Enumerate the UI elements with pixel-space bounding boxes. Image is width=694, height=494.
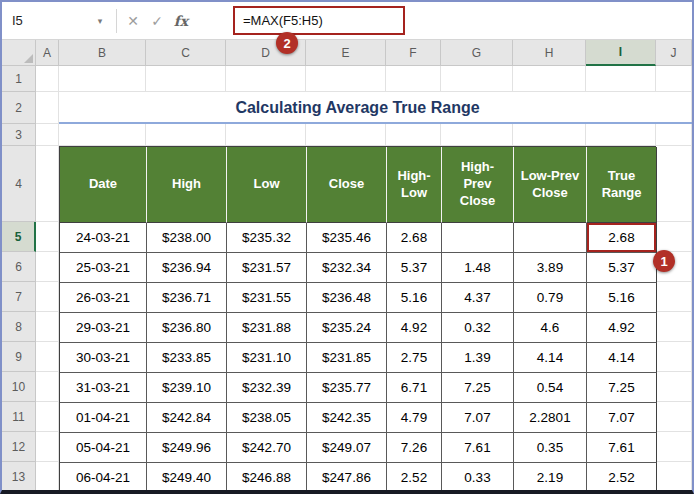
cell-E1[interactable] — [306, 66, 386, 92]
row-header-3[interactable]: 3 — [2, 124, 36, 146]
table-cell[interactable]: 4.6 — [514, 313, 587, 343]
column-header-F[interactable]: F — [386, 40, 441, 66]
cell-A6[interactable] — [36, 252, 59, 282]
cell-J5[interactable] — [656, 222, 692, 252]
cell-J9[interactable] — [656, 342, 692, 372]
cell-J8[interactable] — [656, 312, 692, 342]
cell-J1[interactable] — [656, 66, 692, 92]
table-cell[interactable] — [514, 223, 587, 253]
table-header-cell[interactable]: Date — [60, 147, 147, 223]
table-cell[interactable]: 7.07 — [442, 403, 514, 433]
table-cell[interactable]: 7.25 — [587, 373, 657, 403]
cell-A5[interactable] — [36, 222, 59, 252]
cell-H1[interactable] — [513, 66, 586, 92]
table-cell[interactable]: $231.85 — [307, 343, 387, 373]
formula-input[interactable]: =MAX(F5:H5) — [243, 13, 323, 28]
table-cell[interactable]: 0.33 — [442, 463, 514, 493]
table-cell[interactable]: $238.05 — [227, 403, 307, 433]
table-cell[interactable]: 7.61 — [587, 433, 657, 463]
column-header-C[interactable]: C — [146, 40, 226, 66]
cell-F1[interactable] — [386, 66, 441, 92]
cell-A10[interactable] — [36, 372, 59, 402]
table-cell[interactable]: 2.75 — [387, 343, 442, 373]
table-cell[interactable]: 4.92 — [587, 313, 657, 343]
table-cell[interactable]: $236.71 — [147, 283, 227, 313]
cell-J11[interactable] — [656, 402, 692, 432]
table-cell[interactable]: 30-03-21 — [60, 343, 147, 373]
cancel-icon[interactable]: ✕ — [121, 13, 145, 29]
table-cell[interactable]: 0.54 — [514, 373, 587, 403]
table-cell[interactable]: 06-04-21 — [60, 463, 147, 493]
cell-D1[interactable] — [226, 66, 306, 92]
table-cell[interactable]: 5.16 — [387, 283, 442, 313]
cell-J3[interactable] — [656, 124, 692, 146]
table-cell[interactable]: $232.39 — [227, 373, 307, 403]
table-cell[interactable]: 7.07 — [587, 403, 657, 433]
table-cell[interactable]: 7.26 — [387, 433, 442, 463]
table-cell[interactable]: 7.61 — [442, 433, 514, 463]
table-cell[interactable]: $236.80 — [147, 313, 227, 343]
table-cell[interactable]: $242.84 — [147, 403, 227, 433]
row-header-11[interactable]: 11 — [2, 402, 36, 432]
table-cell[interactable]: 2.2801 — [514, 403, 587, 433]
table-cell[interactable]: $231.10 — [227, 343, 307, 373]
title-cell[interactable]: Calculating Average True Range — [59, 92, 656, 123]
column-header-E[interactable]: E — [306, 40, 386, 66]
table-cell[interactable]: $249.96 — [147, 433, 227, 463]
cell-A12[interactable] — [36, 432, 59, 462]
cell-E3[interactable] — [306, 124, 386, 146]
cell-A13[interactable] — [36, 462, 59, 492]
cell-J13[interactable] — [656, 462, 692, 492]
table-cell[interactable]: $231.88 — [227, 313, 307, 343]
cell-A7[interactable] — [36, 282, 59, 312]
table-cell[interactable]: $235.32 — [227, 223, 307, 253]
table-cell[interactable]: 1.39 — [442, 343, 514, 373]
cell-A8[interactable] — [36, 312, 59, 342]
cell-I1[interactable] — [586, 66, 656, 92]
row-header-9[interactable]: 9 — [2, 342, 36, 372]
cell-J7[interactable] — [656, 282, 692, 312]
table-cell[interactable]: $242.70 — [227, 433, 307, 463]
cell-D3[interactable] — [226, 124, 306, 146]
table-cell[interactable]: 5.16 — [587, 283, 657, 313]
enter-icon[interactable]: ✓ — [145, 13, 169, 29]
table-cell[interactable]: $247.86 — [307, 463, 387, 493]
column-header-G[interactable]: G — [441, 40, 513, 66]
select-all-corner[interactable] — [2, 40, 36, 66]
table-cell[interactable]: 2.52 — [587, 463, 657, 493]
column-header-I[interactable]: I — [586, 40, 656, 66]
table-header-cell[interactable]: High-Low — [387, 147, 442, 223]
table-cell[interactable]: $236.48 — [307, 283, 387, 313]
table-cell[interactable]: 31-03-21 — [60, 373, 147, 403]
table-cell[interactable]: $235.46 — [307, 223, 387, 253]
table-cell[interactable]: 5.37 — [387, 253, 442, 283]
table-cell[interactable]: 6.71 — [387, 373, 442, 403]
cell-H3[interactable] — [513, 124, 586, 146]
table-header-cell[interactable]: Low-Prev Close — [514, 147, 587, 223]
cell-A2[interactable] — [36, 92, 59, 124]
cell-F3[interactable] — [386, 124, 441, 146]
table-cell[interactable]: $246.88 — [227, 463, 307, 493]
table-cell[interactable] — [442, 223, 514, 253]
row-header-1[interactable]: 1 — [2, 66, 36, 92]
table-cell[interactable]: 0.32 — [442, 313, 514, 343]
table-cell[interactable]: 2.68 — [387, 223, 442, 253]
chevron-down-icon[interactable]: ▾ — [88, 16, 112, 26]
column-header-H[interactable]: H — [513, 40, 586, 66]
table-cell[interactable]: 0.35 — [514, 433, 587, 463]
table-cell[interactable]: 1.48 — [442, 253, 514, 283]
table-cell[interactable]: $242.35 — [307, 403, 387, 433]
table-header-cell[interactable]: High — [147, 147, 227, 223]
cell-A9[interactable] — [36, 342, 59, 372]
table-header-cell[interactable]: Close — [307, 147, 387, 223]
cell-J10[interactable] — [656, 372, 692, 402]
row-header-8[interactable]: 8 — [2, 312, 36, 342]
table-header-cell[interactable]: Low — [227, 147, 307, 223]
table-cell[interactable]: $231.55 — [227, 283, 307, 313]
cell-A3[interactable] — [36, 124, 59, 146]
row-header-10[interactable]: 10 — [2, 372, 36, 402]
table-header-cell[interactable]: High-Prev Close — [442, 147, 514, 223]
table-cell[interactable]: $249.40 — [147, 463, 227, 493]
cell-A1[interactable] — [36, 66, 59, 92]
cell-C3[interactable] — [146, 124, 226, 146]
